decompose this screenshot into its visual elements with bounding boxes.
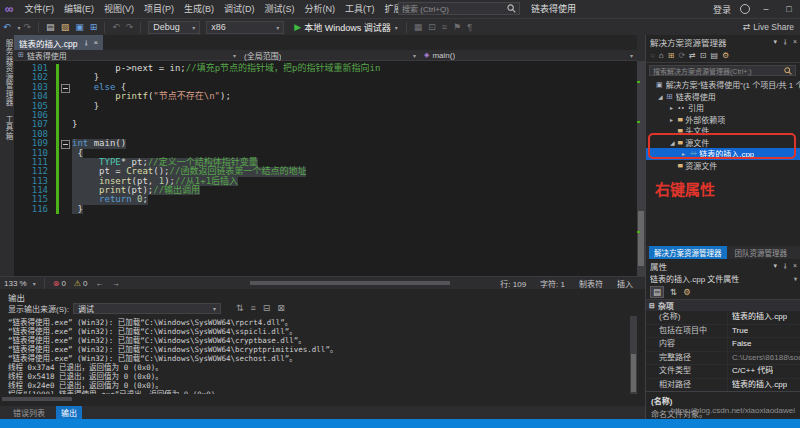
- scrollbar-thumb[interactable]: [638, 211, 644, 266]
- tree-item[interactable]: ▸ ++ 链表的插入.cpp: [646, 148, 800, 160]
- menu-item[interactable]: 调试(D): [219, 0, 260, 18]
- properties-category-row[interactable]: ⊟ 杂项: [646, 300, 800, 311]
- output-toolbar-icon[interactable]: ⊠: [277, 303, 285, 313]
- solution-explorer-toolbar-icon[interactable]: ▤: [711, 51, 719, 60]
- fold-margin[interactable]: [59, 83, 72, 92]
- output-vertical-scrollbar[interactable]: [630, 316, 637, 394]
- tree-item[interactable]: ▸ ∎∎ 引用: [646, 102, 800, 114]
- quick-search-box[interactable]: 搜索 (Ctrl+Q): [398, 2, 520, 15]
- property-row[interactable]: 文件类型 C/C++ 代码: [646, 365, 800, 379]
- fold-margin[interactable]: [59, 205, 72, 214]
- previous-issue-icon[interactable]: ←: [95, 279, 103, 288]
- redo-icon[interactable]: ↷: [126, 20, 134, 35]
- tab-active-document[interactable]: 链表的插入.cpp ⊸ ×: [14, 35, 103, 50]
- save-icon[interactable]: ▣: [75, 20, 84, 35]
- tree-item[interactable]: ◢ ⊞ 链表得使用: [646, 91, 800, 103]
- project-dropdown[interactable]: ⊞ 链表得使用 ▾: [14, 50, 240, 60]
- tool-window-tab[interactable]: 错误列表: [8, 406, 50, 419]
- property-value[interactable]: False: [728, 338, 752, 351]
- solution-explorer-toolbar-icon[interactable]: ⊡: [700, 51, 707, 60]
- code-line[interactable]: 106: [14, 111, 637, 120]
- menu-item[interactable]: 生成(B): [179, 0, 219, 18]
- navigate-forward-icon[interactable]: ↷: [24, 20, 32, 35]
- solution-explorer-toolbar-icon[interactable]: ⌂: [659, 51, 664, 60]
- toolbar-icon[interactable]: ≡: [442, 20, 447, 35]
- output-toolbar-icon[interactable]: ⇅: [236, 303, 244, 313]
- editor-vertical-scrollbar[interactable]: [637, 61, 645, 276]
- minimize-button[interactable]: –: [759, 4, 773, 14]
- solution-explorer-toolbar-icon[interactable]: ⚙: [722, 51, 729, 60]
- fold-margin[interactable]: [59, 73, 72, 82]
- property-row[interactable]: 完整路径 C:\Users\86188\source\: [646, 352, 800, 366]
- properties-toolbar-icon[interactable]: ⇅: [670, 287, 677, 297]
- tree-item[interactable]: ▸ ■ 外部依赖项: [646, 114, 800, 126]
- restore-button[interactable]: □: [782, 4, 796, 14]
- output-toolbar-icon[interactable]: ≡: [250, 303, 255, 313]
- pin-icon[interactable]: ⊸: [781, 263, 789, 269]
- fold-margin[interactable]: [59, 130, 72, 139]
- code-editor[interactable]: 101 p->next = in;//填充p节点的指针域，把p的指针域重新指向i…: [14, 61, 637, 276]
- navigate-back-icon[interactable]: ↶: [3, 20, 11, 35]
- code-line[interactable]: 109 int main(): [14, 139, 637, 148]
- vertical-tool-tab[interactable]: 工具箱: [3, 115, 14, 141]
- menu-item[interactable]: 编辑(E): [59, 0, 99, 18]
- property-row[interactable]: 相对路径 链表的插入.cpp: [646, 379, 800, 393]
- property-row[interactable]: 内容 False: [646, 338, 800, 352]
- next-issue-icon[interactable]: →: [111, 279, 119, 288]
- properties-object-dropdown[interactable]: 链表的插入.cpp 文件属性 ▾: [646, 272, 800, 285]
- menu-item[interactable]: 文件(F): [20, 0, 60, 18]
- property-value[interactable]: True: [728, 325, 748, 338]
- user-avatar-icon[interactable]: [740, 4, 750, 14]
- menu-item[interactable]: 工具(T): [340, 0, 380, 18]
- pin-icon[interactable]: ⊸: [781, 39, 789, 45]
- property-value[interactable]: 链表的插入.cpp: [728, 311, 787, 324]
- code-line[interactable]: 115 return 0;: [14, 195, 637, 204]
- navigate-back-dropdown-icon[interactable]: ▾: [18, 24, 21, 31]
- tree-item[interactable]: ▣ 解决方案“链表得使用”(1 个项目/共 1 个): [646, 79, 800, 91]
- output-horizontal-scrollbar[interactable]: [2, 397, 72, 401]
- fold-margin[interactable]: [59, 64, 72, 73]
- close-icon[interactable]: ×: [93, 38, 98, 47]
- sign-in-button[interactable]: 登录: [713, 3, 731, 16]
- fold-margin[interactable]: [59, 158, 72, 167]
- tree-item[interactable]: ■ 资源文件: [646, 160, 800, 172]
- save-all-icon[interactable]: ⊞: [90, 20, 98, 35]
- zoom-level-dropdown[interactable]: 133 % ▾: [4, 279, 36, 288]
- fold-margin[interactable]: [59, 120, 72, 129]
- fold-margin[interactable]: [59, 102, 72, 111]
- vertical-tool-tab[interactable]: 服务器资源管理器: [3, 39, 14, 107]
- window-position-dropdown-icon[interactable]: ▾: [774, 38, 778, 46]
- fold-margin[interactable]: [59, 149, 72, 158]
- window-position-dropdown-icon[interactable]: ▾: [774, 262, 778, 270]
- fold-margin[interactable]: [59, 92, 72, 101]
- fold-margin[interactable]: [59, 111, 72, 120]
- fold-margin[interactable]: [59, 177, 72, 186]
- menu-item[interactable]: 视图(V): [99, 0, 139, 18]
- close-icon[interactable]: ×: [793, 38, 797, 45]
- code-line[interactable]: 107 }: [14, 120, 637, 129]
- output-toolbar-icon[interactable]: ⊟: [263, 303, 271, 313]
- close-icon[interactable]: ×: [793, 262, 797, 269]
- output-source-dropdown[interactable]: 调试 ▾: [73, 303, 221, 314]
- panel-tab[interactable]: 团队资源管理器: [730, 246, 793, 259]
- properties-toolbar-icon[interactable]: ▤: [650, 286, 664, 298]
- new-file-icon[interactable]: ▤: [46, 20, 55, 35]
- undo-icon[interactable]: ↶: [112, 20, 120, 35]
- solution-explorer-toolbar-icon[interactable]: ○: [650, 51, 655, 60]
- property-row[interactable]: (名称) 链表的插入.cpp: [646, 311, 800, 325]
- warning-count[interactable]: ⚠ 0: [74, 279, 88, 288]
- fold-margin[interactable]: [59, 195, 72, 204]
- tool-window-tab[interactable]: 输出: [56, 406, 82, 419]
- collapse-icon[interactable]: ⊟: [649, 302, 655, 310]
- member-dropdown[interactable]: ◈ main() ▾: [420, 50, 637, 60]
- expand-arrow-icon[interactable]: ▸: [682, 150, 690, 157]
- menu-item[interactable]: 测试(S): [260, 0, 300, 18]
- toolbar-icon[interactable]: ⚑: [453, 20, 461, 35]
- solution-configuration-dropdown[interactable]: Debug ▾: [148, 21, 200, 34]
- live-share-button[interactable]: ⇄ Live Share: [743, 19, 794, 35]
- tree-item[interactable]: ◢ ■ 源文件: [646, 137, 800, 149]
- fold-margin[interactable]: [59, 186, 72, 195]
- code-line[interactable]: 101 p->next = in;//填充p节点的指针域，把p的指针域重新指向i…: [14, 64, 637, 73]
- code-line[interactable]: 104 printf("节点不存在\n");: [14, 92, 637, 101]
- solution-explorer-toolbar-icon[interactable]: ⇄: [689, 51, 696, 60]
